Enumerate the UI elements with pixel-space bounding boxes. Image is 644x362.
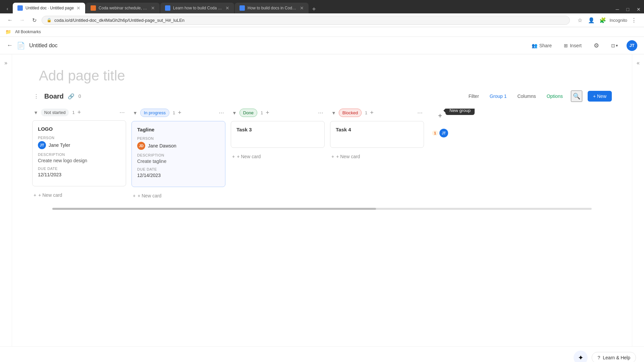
add-card-icon-done: + xyxy=(232,154,235,159)
col-count-not-started: 1 xyxy=(72,110,74,115)
forward-nav-button[interactable]: → xyxy=(17,15,27,25)
card-field-desc-tagline: DESCRIPTION Create tagline xyxy=(137,153,220,164)
col-more-done[interactable]: ⋯ xyxy=(318,110,323,116)
filter-button[interactable]: Filter xyxy=(466,92,482,101)
add-card-blocked[interactable]: + + New card xyxy=(330,151,424,162)
tab-2-close[interactable]: ✕ xyxy=(151,5,155,11)
group-button[interactable]: Group 1 xyxy=(487,92,509,101)
person-avatar-tagline: JD xyxy=(137,142,145,150)
col-filter-icon-not-started[interactable]: ▼ xyxy=(34,110,38,115)
kanban-column-not-started: ▼ Not started 1 + ⋯ LOGO PERSON JT xyxy=(32,109,126,201)
card-field-desc-logo: DESCRIPTION Create new logo design xyxy=(38,153,120,163)
board-link-icon[interactable]: 🔗 xyxy=(68,93,74,100)
kanban-card-task3[interactable]: Task 3 xyxy=(231,121,325,148)
share-label: Share xyxy=(539,43,552,48)
card-desc-tagline: Create tagline xyxy=(137,159,220,164)
tab-1[interactable]: Untitled doc · Untitled page ✕ xyxy=(13,3,85,13)
all-bookmarks-label[interactable]: All Bookmarks xyxy=(12,28,44,35)
col-header-in-progress: ▼ In progress 1 + ⋯ xyxy=(131,109,225,117)
card-desc-label-logo: DESCRIPTION xyxy=(38,153,120,157)
minimize-button[interactable]: ─ xyxy=(612,5,623,13)
bookmarks-bar: 📁 All Bookmarks xyxy=(0,27,644,37)
add-card-icon-in-progress: + xyxy=(133,193,136,198)
tab-nav-prev[interactable]: ‹ xyxy=(3,4,12,13)
col-filter-icon-blocked[interactable]: ▼ xyxy=(331,110,336,116)
col-filter-icon-done[interactable]: ▼ xyxy=(232,110,237,116)
view-icon: ⊡ xyxy=(611,43,615,48)
share-button[interactable]: 👥 Share xyxy=(528,41,555,50)
bookmark-button[interactable]: ☆ xyxy=(575,15,585,25)
card-title-tagline: Tagline xyxy=(137,127,220,132)
new-group-avatar: JT xyxy=(439,129,448,137)
kanban-card-tagline[interactable]: Tagline PERSON JD Jane Dawson DESCRIPTIO… xyxy=(131,121,225,187)
sidebar-toggle-button[interactable]: » xyxy=(1,58,11,68)
right-collapse-button[interactable]: « xyxy=(634,58,643,68)
page-title-placeholder[interactable]: Add page title xyxy=(39,68,125,83)
tab-1-favicon xyxy=(17,5,23,11)
close-button[interactable]: ✕ xyxy=(633,5,644,13)
add-card-label-in-progress: + New card xyxy=(138,193,161,198)
new-tab-button[interactable]: ＋ xyxy=(309,4,319,13)
new-item-button[interactable]: + New xyxy=(588,91,612,102)
kanban-card-task4[interactable]: Task 4 xyxy=(330,121,424,148)
col-more-blocked[interactable]: ⋯ xyxy=(417,110,423,116)
back-nav-button[interactable]: ← xyxy=(5,15,15,25)
tab-3[interactable]: Learn how to build Coda docs... ✕ xyxy=(160,3,234,13)
bottom-bar: ✦ ? Learn & Help xyxy=(0,346,644,362)
person-name-tagline: Jane Dawson xyxy=(148,143,176,148)
settings-button[interactable]: ⚙ xyxy=(590,40,602,51)
card-person-label-logo: PERSON xyxy=(38,136,120,140)
back-icon[interactable]: ← xyxy=(7,42,13,49)
col-add-blocked[interactable]: + xyxy=(370,109,374,116)
col-add-in-progress[interactable]: + xyxy=(178,109,181,116)
kanban-column-in-progress: ▼ In progress 1 + ⋯ Tagline PERSON JD xyxy=(131,109,225,201)
card-desc-logo: Create new logo design xyxy=(38,158,120,163)
lock-icon: 🔒 xyxy=(47,18,52,22)
tab-4-close[interactable]: ✕ xyxy=(300,5,304,11)
col-count-in-progress: 1 xyxy=(173,110,175,115)
user-count-badge: 1 xyxy=(432,130,438,136)
board-menu-icon[interactable]: ⋮ xyxy=(32,92,40,101)
profile-button[interactable]: 👤 xyxy=(587,15,596,25)
search-board-button[interactable]: 🔍 xyxy=(571,90,582,102)
user-avatar[interactable]: JT xyxy=(627,40,637,51)
card-date-label-logo: DUE DATE xyxy=(38,167,120,171)
add-card-done[interactable]: + + New card xyxy=(231,151,325,162)
address-bar[interactable]: 🔒 coda.io/d/Untitled-doc_dk4MaGh2h6p/Unt… xyxy=(42,16,570,25)
columns-button[interactable]: Columns xyxy=(515,92,538,101)
doc-title: Untitled doc xyxy=(29,43,524,49)
tab-4[interactable]: How to build docs in Coda, cre... ✕ xyxy=(235,3,309,13)
tab-1-close[interactable]: ✕ xyxy=(76,5,80,11)
incognito-label: Incognito xyxy=(609,18,627,23)
col-filter-icon-in-progress[interactable]: ▼ xyxy=(133,110,138,116)
col-more-not-started[interactable]: ⋯ xyxy=(119,109,125,116)
board-title: Board xyxy=(44,93,64,100)
kanban-card-logo[interactable]: LOGO PERSON JT Jane Tyler DESCRIPTION xyxy=(32,120,126,186)
tab-2[interactable]: Coda webinar schedule, regist... ✕ xyxy=(86,3,160,13)
add-card-label-not-started: + New card xyxy=(38,192,62,198)
browser-chrome: ‹ Untitled doc · Untitled page ✕ Coda we… xyxy=(0,0,644,37)
reload-button[interactable]: ↻ xyxy=(30,15,39,25)
card-field-person-tagline: PERSON JD Jane Dawson xyxy=(137,136,220,150)
add-card-not-started[interactable]: + + New card xyxy=(32,190,126,200)
add-card-icon-not-started: + xyxy=(34,192,36,198)
browser-menu-button[interactable]: ⋮ xyxy=(629,15,639,25)
ai-assistant-button[interactable]: ✦ xyxy=(574,351,588,362)
insert-button[interactable]: ⊞ Insert xyxy=(560,41,585,50)
options-button[interactable]: Options xyxy=(544,92,566,101)
scroll-track[interactable] xyxy=(52,208,592,210)
nav-bar: ← → ↻ 🔒 coda.io/d/Untitled-doc_dk4MaGh2h… xyxy=(0,13,644,27)
col-add-done[interactable]: + xyxy=(266,109,269,116)
add-card-in-progress[interactable]: + + New card xyxy=(131,190,225,201)
col-more-in-progress[interactable]: ⋯ xyxy=(219,110,224,116)
board-header: ⋮ Board 🔗 0 Filter Group 1 Columns Optio… xyxy=(32,90,612,102)
maximize-button[interactable]: □ xyxy=(623,5,633,13)
scroll-thumb xyxy=(52,208,376,210)
tab-3-close[interactable]: ✕ xyxy=(225,5,229,11)
share-icon: 👥 xyxy=(532,43,537,48)
learn-help-button[interactable]: ? Learn & Help xyxy=(592,352,636,362)
col-add-not-started[interactable]: + xyxy=(77,109,81,116)
extensions-button[interactable]: 🧩 xyxy=(598,15,607,25)
tab-bar: ‹ Untitled doc · Untitled page ✕ Coda we… xyxy=(0,0,644,13)
view-options-button[interactable]: ⊡ ▾ xyxy=(608,41,621,50)
